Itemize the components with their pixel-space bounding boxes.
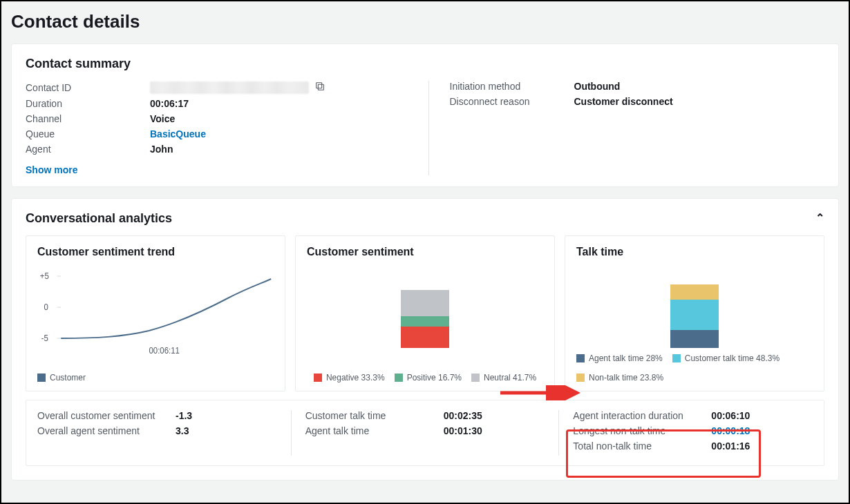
- summary-value-contact-id: [150, 81, 325, 94]
- stat-label: Total non-talk time: [573, 440, 711, 452]
- legend-swatch: [37, 374, 46, 382]
- stats-row: Overall customer sentiment-1.3 Overall a…: [26, 400, 824, 466]
- legend-swatch: [672, 354, 681, 362]
- summary-value: Outbound: [574, 81, 621, 92]
- stat-value: 00:06:10: [711, 410, 750, 421]
- x-tick: 00:06:11: [149, 346, 180, 355]
- legend-label: Agent talk time 28%: [589, 353, 663, 363]
- talk-time-chart: [576, 265, 813, 348]
- stat-label: Overall customer sentiment: [37, 410, 176, 421]
- summary-label: Initiation method: [450, 81, 574, 92]
- sentiment-trend-card: Customer sentiment trend +5 0 -5 00:06:1…: [26, 235, 285, 391]
- y-tick: +5: [40, 271, 49, 280]
- stat-label: Agent talk time: [305, 425, 444, 436]
- y-tick: -5: [41, 333, 49, 342]
- show-more-link[interactable]: Show more: [26, 164, 77, 175]
- summary-value-queue-link[interactable]: BasicQueue: [150, 128, 206, 139]
- y-tick: 0: [44, 302, 49, 311]
- summary-label: Duration: [26, 98, 150, 109]
- chevron-up-icon[interactable]: ⌃: [815, 211, 824, 224]
- stat-value-link[interactable]: 00:00:18: [711, 425, 750, 436]
- legend-swatch: [576, 374, 585, 382]
- summary-row-initiation: Initiation method Outbound: [450, 81, 825, 92]
- summary-row-channel: Channel Voice: [26, 113, 401, 124]
- summary-label: Agent: [26, 144, 150, 155]
- summary-row-queue: Queue BasicQueue: [26, 128, 401, 139]
- summary-row-contact-id: Contact ID: [26, 81, 401, 94]
- summary-label: Channel: [26, 113, 150, 124]
- summary-value: 00:06:17: [150, 98, 189, 109]
- legend: Customer: [37, 373, 274, 382]
- summary-row-disconnect: Disconnect reason Customer disconnect: [450, 96, 825, 107]
- legend-swatch: [395, 374, 403, 382]
- page-title: Contact details: [11, 11, 839, 32]
- summary-row-agent: Agent John: [26, 144, 401, 155]
- stat-value: -1.3: [176, 410, 192, 421]
- contact-summary-panel: Contact summary Contact ID Duration 00:0…: [11, 43, 839, 187]
- legend-swatch: [314, 374, 322, 382]
- summary-label: Contact ID: [26, 82, 150, 93]
- analytics-heading: Conversational analytics: [26, 211, 824, 226]
- talk-time-card: Talk time Agent talk time 28% Customer t…: [565, 235, 824, 391]
- summary-value: John: [150, 144, 173, 155]
- legend-label: Non-talk time 23.8%: [589, 373, 663, 382]
- svg-rect-1: [317, 83, 322, 88]
- summary-value: Customer disconnect: [574, 96, 673, 107]
- summary-left-col: Contact ID Duration 00:06:17 Channel Voi…: [26, 81, 401, 175]
- legend-swatch: [576, 354, 585, 362]
- legend: Negative 33.3% Positive 16.7% Neutral 41…: [307, 373, 543, 382]
- legend: Agent talk time 28% Customer talk time 4…: [576, 353, 813, 382]
- summary-right-col: Initiation method Outbound Disconnect re…: [428, 81, 825, 175]
- svg-rect-0: [318, 84, 323, 90]
- stat-label: Customer talk time: [305, 410, 444, 421]
- card-title: Customer sentiment: [307, 246, 543, 258]
- sentiment-trend-chart: +5 0 -5 00:06:11: [37, 265, 274, 367]
- legend-label: Customer talk time 48.3%: [685, 353, 780, 363]
- stat-value: 3.3: [176, 425, 189, 436]
- stat-value: 00:01:30: [444, 425, 482, 436]
- summary-label: Disconnect reason: [450, 96, 574, 107]
- stat-label: Longest non-talk time: [573, 425, 711, 436]
- contact-id-blurred: [150, 81, 309, 94]
- analytics-panel: ⌃ Conversational analytics Customer sent…: [11, 198, 839, 481]
- card-title: Customer sentiment trend: [37, 246, 274, 258]
- stat-label: Agent interaction duration: [573, 410, 711, 421]
- stats-col-1: Overall customer sentiment-1.3 Overall a…: [37, 410, 277, 456]
- copy-icon[interactable]: [314, 81, 325, 94]
- sentiment-chart: [307, 265, 543, 367]
- summary-row-duration: Duration 00:06:17: [26, 98, 401, 109]
- stat-value: 00:01:16: [711, 440, 750, 452]
- stat-label: Overall agent sentiment: [37, 425, 176, 436]
- legend-label: Neutral 41.7%: [484, 373, 536, 382]
- contact-summary-heading: Contact summary: [26, 57, 824, 71]
- legend-label: Positive 16.7%: [407, 373, 462, 382]
- sentiment-card: Customer sentiment Negative 33.3% Positi…: [295, 235, 555, 391]
- stats-col-2: Customer talk time00:02:35 Agent talk ti…: [291, 410, 545, 456]
- legend-label: Customer: [50, 373, 86, 382]
- legend-label: Negative 33.3%: [326, 373, 385, 382]
- stat-value: 00:02:35: [444, 410, 482, 421]
- card-title: Talk time: [576, 246, 813, 258]
- legend-swatch: [471, 374, 480, 382]
- stats-col-3: Agent interaction duration00:06:10 Longe…: [558, 410, 813, 456]
- summary-label: Queue: [26, 128, 150, 139]
- summary-value: Voice: [150, 113, 175, 124]
